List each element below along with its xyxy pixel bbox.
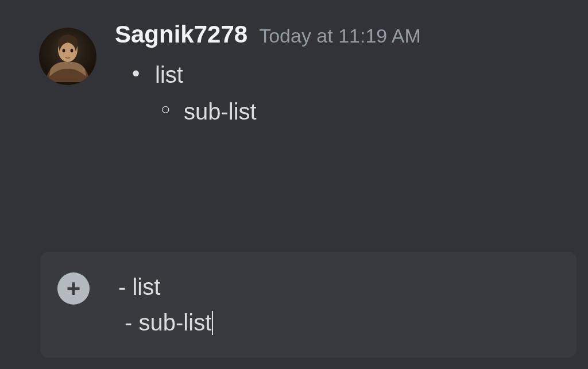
message-header: Sagnik7278 Today at 11:19 AM: [115, 21, 421, 48]
plus-icon: +: [67, 276, 81, 301]
message-content: Sagnik7278 Today at 11:19 AM list sub-li…: [115, 16, 421, 240]
sub-list-item: sub-list: [155, 95, 421, 128]
bullet-list: list sub-list: [115, 59, 421, 128]
svg-point-2: [63, 49, 65, 52]
sub-list: sub-list: [155, 95, 421, 128]
chat-message: Sagnik7278 Today at 11:19 AM list sub-li…: [0, 11, 588, 252]
message-body: list sub-list: [115, 59, 421, 128]
avatar-image: [39, 28, 96, 85]
timestamp: Today at 11:19 AM: [259, 25, 421, 47]
message-input[interactable]: - list - sub-list: [107, 269, 559, 340]
username[interactable]: Sagnik7278: [115, 21, 247, 48]
avatar[interactable]: [39, 28, 96, 85]
message-input-container: + - list - sub-list: [40, 252, 577, 358]
text-caret: [212, 311, 213, 335]
list-item: list sub-list: [132, 59, 421, 128]
list-item-text: list: [155, 62, 183, 87]
input-line-2: - sub-list: [118, 310, 211, 335]
input-line-1: - list: [118, 274, 160, 299]
sub-list-item-text: sub-list: [184, 99, 257, 124]
add-attachment-button[interactable]: +: [57, 272, 90, 305]
svg-point-3: [71, 49, 74, 52]
